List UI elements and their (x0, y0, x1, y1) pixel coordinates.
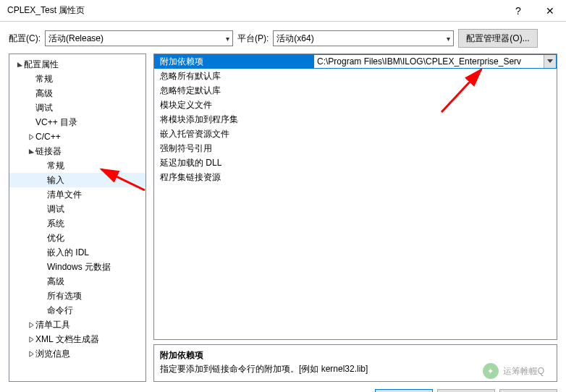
tree-item[interactable]: 清单工具 (9, 318, 145, 332)
expand-closed-icon[interactable] (27, 134, 35, 140)
config-value: 活动(Release) (48, 33, 104, 45)
tree-item[interactable]: 嵌入的 IDL (9, 245, 145, 260)
tree-item[interactable]: 调试 (9, 202, 145, 216)
tree-label: 配置属性 (24, 59, 59, 71)
property-row[interactable]: 嵌入托管资源文件 (154, 127, 557, 141)
window-title: CPLEX_Test 属性页 (7, 4, 502, 17)
tree-label: 常规 (47, 160, 64, 172)
expand-open-icon[interactable] (27, 148, 35, 155)
tree-label: 调试 (47, 203, 64, 216)
property-row[interactable]: 附加依赖项C:\Program Files\IBM\ILOG\CPLEX_Ent… (154, 54, 557, 69)
property-row[interactable]: 忽略特定默认库 (154, 83, 557, 98)
right-column: 附加依赖项C:\Program Files\IBM\ILOG\CPLEX_Ent… (153, 54, 557, 382)
description-box: 附加依赖项 指定要添加到链接命令行的附加项。[例如 kernel32.lib] (153, 344, 557, 382)
property-name: 忽略所有默认库 (154, 70, 313, 82)
tree-item[interactable]: 清单文件 (9, 187, 145, 202)
property-name: 程序集链接资源 (154, 171, 313, 184)
main-area: 配置属性常规高级调试VC++ 目录C/C++链接器常规输入清单文件调试系统优化嵌… (0, 54, 566, 382)
tree-label: 高级 (47, 276, 64, 288)
tree-label: C/C++ (35, 132, 61, 142)
tree-label: XML 文档生成器 (35, 333, 99, 346)
description-body: 指定要添加到链接命令行的附加项。[例如 kernel32.lib] (160, 363, 551, 375)
tree-label: 浏览信息 (35, 348, 70, 360)
platform-value: 活动(x64) (276, 33, 313, 45)
property-row[interactable]: 忽略所有默认库 (154, 69, 557, 83)
property-row[interactable]: 模块定义文件 (154, 98, 557, 112)
tree-item[interactable]: 命令行 (9, 303, 145, 318)
tree-label: VC++ 目录 (35, 116, 77, 129)
expand-closed-icon[interactable] (27, 351, 35, 357)
tree-label: 高级 (35, 88, 53, 100)
tree-item[interactable]: 链接器 (9, 144, 145, 158)
tree-label: 调试 (35, 102, 53, 114)
tree-label: 所有选项 (47, 290, 82, 302)
property-name: 忽略特定默认库 (154, 85, 313, 97)
tree-label: 嵌入的 IDL (47, 247, 89, 259)
tree-label: 清单工具 (35, 319, 70, 331)
property-name: 将模块添加到程序集 (154, 114, 313, 126)
tree-item[interactable]: VC++ 目录 (9, 115, 145, 129)
property-grid[interactable]: 附加依赖项C:\Program Files\IBM\ILOG\CPLEX_Ent… (153, 54, 557, 340)
nav-tree[interactable]: 配置属性常规高级调试VC++ 目录C/C++链接器常规输入清单文件调试系统优化嵌… (9, 54, 146, 382)
config-label: 配置(C): (9, 33, 41, 45)
property-name: 附加依赖项 (154, 56, 313, 68)
property-name: 强制符号引用 (154, 142, 313, 155)
property-row[interactable]: 程序集链接资源 (154, 170, 557, 184)
expand-closed-icon[interactable] (27, 322, 35, 328)
property-name: 延迟加载的 DLL (154, 157, 313, 169)
tree-item[interactable]: 所有选项 (9, 289, 145, 303)
help-button[interactable]: ? (502, 0, 534, 22)
tree-item[interactable]: 高级 (9, 86, 145, 101)
tree-label: 常规 (35, 73, 53, 85)
tree-label: 命令行 (47, 304, 73, 317)
tree-item[interactable]: 高级 (9, 274, 145, 289)
tree-item[interactable]: 常规 (9, 72, 145, 86)
config-row: 配置(C): 活动(Release) ▾ 平台(P): 活动(x64) ▾ 配置… (0, 22, 566, 54)
tree-label: 系统 (47, 218, 64, 230)
title-bar: CPLEX_Test 属性页 ? ✕ (0, 0, 566, 22)
description-title: 附加依赖项 (160, 349, 551, 362)
tree-label: 优化 (47, 232, 64, 244)
platform-label: 平台(P): (237, 33, 269, 45)
property-row[interactable]: 强制符号引用 (154, 141, 557, 155)
config-combo[interactable]: 活动(Release) ▾ (45, 30, 233, 46)
property-value[interactable]: C:\Program Files\IBM\ILOG\CPLEX_Enterpri… (313, 54, 557, 69)
property-name: 模块定义文件 (154, 99, 313, 111)
tree-item[interactable]: 系统 (9, 216, 145, 231)
tree-item[interactable]: 浏览信息 (9, 346, 145, 361)
platform-combo[interactable]: 活动(x64) ▾ (273, 30, 454, 46)
property-row[interactable]: 延迟加载的 DLL (154, 155, 557, 170)
tree-label: 链接器 (35, 145, 62, 158)
tree-label: Windows 元数据 (47, 261, 111, 273)
tree-item[interactable]: 调试 (9, 101, 145, 115)
dialog-buttons: 确定 取消 应用(A) (0, 382, 566, 392)
expand-closed-icon[interactable] (27, 336, 35, 343)
apply-button[interactable]: 应用(A) (499, 389, 557, 392)
tree-item[interactable]: Windows 元数据 (9, 260, 145, 274)
close-button[interactable]: ✕ (534, 0, 566, 22)
tree-item[interactable]: 输入 (9, 173, 145, 187)
tree-item[interactable]: 常规 (9, 158, 145, 173)
chevron-down-icon: ▾ (447, 35, 450, 43)
tree-label: 输入 (47, 174, 64, 187)
tree-item[interactable]: C/C++ (9, 129, 145, 144)
property-row[interactable]: 将模块添加到程序集 (154, 112, 557, 127)
tree-label: 清单文件 (47, 189, 82, 201)
property-name: 嵌入托管资源文件 (154, 128, 313, 140)
tree-item[interactable]: XML 文档生成器 (9, 332, 145, 346)
expand-open-icon[interactable] (15, 61, 24, 68)
chevron-down-icon: ▾ (226, 35, 229, 43)
dropdown-button[interactable] (544, 55, 556, 68)
config-manager-button[interactable]: 配置管理器(O)... (458, 29, 537, 48)
tree-item[interactable]: 配置属性 (9, 57, 145, 72)
ok-button[interactable]: 确定 (375, 389, 433, 392)
cancel-button[interactable]: 取消 (437, 389, 495, 392)
tree-item[interactable]: 优化 (9, 231, 145, 245)
